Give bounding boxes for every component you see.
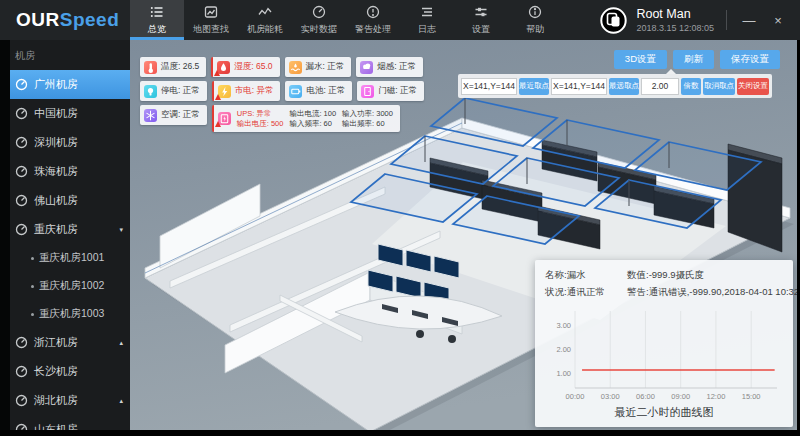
tab-label: 总览 bbox=[148, 23, 166, 36]
tab-room-energy[interactable]: 机房能耗 bbox=[238, 0, 292, 40]
thermometer-icon bbox=[144, 61, 157, 74]
sidebar-gutter bbox=[0, 40, 10, 430]
far-point-input[interactable] bbox=[551, 78, 607, 95]
logo-text-our: OUR bbox=[16, 9, 60, 31]
3d-settings-button[interactable]: 3D设置 bbox=[614, 50, 667, 69]
svg-text:00:00: 00:00 bbox=[566, 392, 585, 401]
tab-help[interactable]: 帮助 bbox=[508, 0, 562, 40]
room-gauge-icon bbox=[15, 194, 28, 207]
sidebar-item-hubei[interactable]: 湖北机房 ▴ bbox=[10, 386, 130, 415]
sidebar-item-chongqing-1003[interactable]: 重庆机房1003 bbox=[10, 300, 130, 328]
lightning-icon bbox=[218, 85, 231, 98]
sliders-icon bbox=[473, 4, 489, 20]
sidebar-item-chongqing-1002[interactable]: 重庆机房1002 bbox=[10, 272, 130, 300]
sidebar-item-changsha[interactable]: 长沙机房 bbox=[10, 357, 130, 386]
user-area: Root Man 2018.3.15 12:08:05 — × bbox=[600, 0, 800, 40]
tab-map-search[interactable]: 地图查找 bbox=[184, 0, 238, 40]
room-label: 深圳机房 bbox=[34, 135, 78, 150]
room-gauge-icon bbox=[15, 423, 28, 430]
sidebar-item-zhuhai[interactable]: 珠海机房 bbox=[10, 157, 130, 186]
sensor-badge-power-outage: 停电: 正常 bbox=[140, 81, 207, 101]
smoke-icon bbox=[360, 61, 373, 74]
tab-label: 帮助 bbox=[526, 23, 544, 36]
sidebar-item-zhejiang[interactable]: 浙江机房 ▴ bbox=[10, 328, 130, 357]
gauge-icon bbox=[311, 4, 327, 20]
room-gauge-icon bbox=[15, 78, 28, 91]
tab-logs[interactable]: 日志 bbox=[400, 0, 454, 40]
tab-label: 日志 bbox=[418, 23, 436, 36]
save-settings-button[interactable]: 保存设置 bbox=[720, 50, 780, 69]
alert-circle-icon bbox=[365, 4, 381, 20]
cancel-point-button[interactable]: 取消取点 bbox=[703, 78, 735, 95]
sidebar: 机房 广州机房 中国机房 深圳机房 珠海机房 bbox=[0, 40, 130, 430]
sensor-badges: 温度: 26.5 湿度: 65.0 漏水: 正常 烟感: 正常 bbox=[140, 57, 424, 132]
room-label: 山东机房 bbox=[34, 422, 78, 430]
near-point-button[interactable]: 最近取点 bbox=[519, 78, 549, 95]
tab-realtime-data[interactable]: 实时数据 bbox=[292, 0, 346, 40]
room-label: 重庆机房1002 bbox=[39, 279, 104, 293]
near-point-input[interactable] bbox=[461, 78, 517, 95]
3d-settings-bar: 最近取点 最远取点 倍数 取消取点 关闭设置 bbox=[458, 74, 772, 98]
tab-alert-handling[interactable]: 警告处理 bbox=[346, 0, 400, 40]
tab-label: 设置 bbox=[472, 23, 490, 36]
room-gauge-icon bbox=[15, 394, 28, 407]
expand-arrow-icon: ▴ bbox=[119, 339, 130, 347]
room-list: 机房 广州机房 中国机房 深圳机房 珠海机房 bbox=[10, 40, 130, 430]
bulb-icon bbox=[144, 85, 157, 98]
room-gauge-icon bbox=[15, 136, 28, 149]
expand-arrow-icon: ▴ bbox=[119, 397, 130, 405]
room-gauge-icon bbox=[15, 165, 28, 178]
sidebar-item-zhongguo[interactable]: 中国机房 bbox=[10, 99, 130, 128]
room-label: 长沙机房 bbox=[34, 364, 78, 379]
svg-text:03:00: 03:00 bbox=[601, 392, 620, 401]
close-button[interactable]: × bbox=[768, 13, 788, 28]
sensor-value: 数值:-999.9摄氏度 bbox=[627, 269, 800, 282]
expand-arrow-icon: ▾ bbox=[119, 226, 130, 234]
room-label: 重庆机房 bbox=[34, 222, 78, 237]
room-gauge-icon bbox=[15, 365, 28, 378]
svg-text:12:00: 12:00 bbox=[707, 392, 726, 401]
log-lines-icon bbox=[419, 4, 435, 20]
sidebar-item-shandong[interactable]: 山东机房 bbox=[10, 415, 130, 430]
chart-title: 最近二小时的曲线图 bbox=[545, 405, 783, 420]
svg-text:1.00: 1.00 bbox=[556, 369, 571, 378]
sidebar-item-foshan[interactable]: 佛山机房 bbox=[10, 186, 130, 215]
tab-label: 实时数据 bbox=[301, 23, 337, 36]
battery-icon bbox=[289, 85, 302, 98]
sidebar-item-guangzhou[interactable]: 广州机房 bbox=[10, 70, 130, 99]
tab-settings[interactable]: 设置 bbox=[454, 0, 508, 40]
close-settings-button[interactable]: 关闭设置 bbox=[737, 78, 769, 95]
sidebar-item-shenzhen[interactable]: 深圳机房 bbox=[10, 128, 130, 157]
humidity-icon bbox=[217, 61, 230, 74]
sensor-warning: 警告:通讯错误,-999.90,2018-04-01 10:32:58 bbox=[627, 286, 800, 299]
far-point-button[interactable]: 最远取点 bbox=[609, 78, 639, 95]
multiplier-button[interactable]: 倍数 bbox=[681, 78, 701, 95]
room-label: 广州机房 bbox=[34, 77, 78, 92]
user-info: Root Man 2018.3.15 12:08:05 bbox=[636, 7, 714, 33]
view-toolbar: 3D设置 刷新 保存设置 bbox=[614, 50, 780, 69]
minimize-button[interactable]: — bbox=[739, 13, 759, 28]
sidebar-item-chongqing-1001[interactable]: 重庆机房1001 bbox=[10, 244, 130, 272]
sidebar-item-chongqing[interactable]: 重庆机房 ▾ bbox=[10, 215, 130, 244]
room-gauge-icon bbox=[15, 336, 28, 349]
nav-tabs: 总览 地图查找 机房能耗 实时数据 bbox=[130, 0, 562, 40]
room-label: 重庆机房1003 bbox=[39, 307, 104, 321]
snowflake-icon bbox=[144, 109, 157, 122]
refresh-button[interactable]: 刷新 bbox=[673, 50, 714, 69]
energy-wave-icon bbox=[257, 4, 273, 20]
svg-text:15:00: 15:00 bbox=[742, 392, 761, 401]
overview-list-icon bbox=[149, 4, 165, 20]
ups-input-column: 输入功率: 3000 输出频率: 60 bbox=[342, 109, 393, 129]
tab-overview[interactable]: 总览 bbox=[130, 0, 184, 40]
brand-logo bbox=[600, 7, 627, 34]
sensor-badge-smoke: 烟感: 正常 bbox=[356, 57, 423, 77]
room-label: 佛山机房 bbox=[34, 193, 78, 208]
divider bbox=[726, 10, 727, 30]
water-leak-icon bbox=[289, 61, 302, 74]
room-label: 珠海机房 bbox=[34, 164, 78, 179]
multiplier-input[interactable] bbox=[641, 78, 679, 95]
room-label: 浙江机房 bbox=[34, 335, 78, 350]
sensor-detail-panel: 名称:漏水 数值:-999.9摄氏度 状况:通讯正常 警告:通讯错误,-999.… bbox=[535, 260, 793, 427]
sensor-badge-aircon: 空调: 正常 bbox=[140, 105, 207, 125]
logo-text-speed: Speed bbox=[60, 9, 120, 31]
